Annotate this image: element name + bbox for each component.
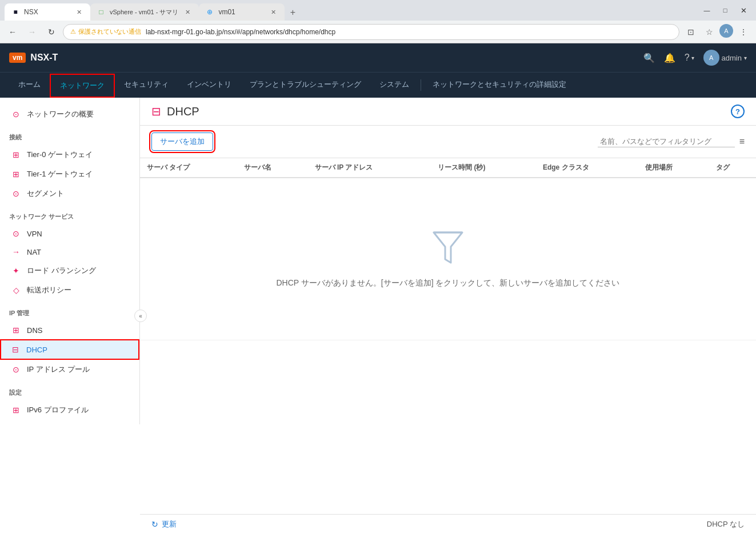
table-body: DHCP サーバがありません。[サーバを追加] をクリックして、新しいサーバを追…	[140, 178, 756, 340]
search-input-container[interactable]	[598, 136, 735, 147]
nav-network[interactable]: ネットワーク	[50, 74, 115, 98]
minimize-button[interactable]: —	[699, 2, 715, 18]
sidebar-label-nat: NAT	[27, 248, 41, 256]
tier0-icon: ⊞	[11, 150, 21, 159]
sidebar-collapse-button[interactable]: «	[134, 310, 147, 322]
app-name: NSX-T	[30, 53, 58, 63]
sidebar-item-ipv6-profile[interactable]: ⊞ IPv6 プロファイル	[0, 400, 139, 420]
nav-plan[interactable]: プランとトラブルシューティング	[241, 74, 370, 97]
sidebar-item-tier1[interactable]: ⊞ Tier-1 ゲートウェイ	[0, 164, 139, 184]
content-toolbar: サーバを追加 ≡	[140, 126, 756, 158]
page-title-area: ⊟ DHCP	[151, 105, 199, 118]
loadbalancing-icon: ✦	[11, 266, 21, 275]
sidebar-item-segment[interactable]: ⊙ セグメント	[0, 184, 139, 203]
nav-inventory[interactable]: インベントリ	[178, 74, 241, 97]
col-server-ip: サーバ IP アドレス	[308, 158, 431, 178]
data-table: サーバ タイプ サーバ名 サーバ IP アドレス リース時間 (秒) Edge …	[140, 158, 756, 340]
sidebar: ⊙ ネットワークの概要 接続 ⊞ Tier-0 ゲートウェイ ⊞ Tier-1 …	[0, 98, 140, 424]
content-area: ⊙ ネットワークの概要 接続 ⊞ Tier-0 ゲートウェイ ⊞ Tier-1 …	[0, 98, 756, 534]
sidebar-label-tier1: Tier-1 ゲートウェイ	[27, 169, 93, 179]
sidebar-item-network-overview[interactable]: ⊙ ネットワークの概要	[0, 105, 139, 124]
browser-titlebar: ■ NSX ✕ □ vSphere - vm01 - サマリ ✕ ⊕ vm01 …	[0, 0, 756, 21]
app-logo: vm NSX-T	[9, 53, 58, 63]
sidebar-item-ip-pool[interactable]: ⊙ IP アドレス プール	[0, 360, 139, 379]
empty-state-row: DHCP サーバがありません。[サーバを追加] をクリックして、新しいサーバを追…	[140, 178, 756, 340]
sidebar-item-dns[interactable]: ⊞ DNS	[0, 321, 139, 339]
dhcp-icon: ⊟	[10, 345, 21, 354]
sidebar-item-dhcp[interactable]: ⊟ DHCP	[0, 339, 139, 360]
user-menu[interactable]: A admin ▾	[703, 50, 747, 66]
network-overview-icon: ⊙	[11, 110, 21, 119]
back-button[interactable]: ←	[5, 24, 21, 40]
sidebar-label-dns: DNS	[27, 326, 42, 335]
app-container: vm NSX-T 🔍 🔔 ? ▾ A admin ▾ ホーム ネットワーク セキ…	[0, 43, 756, 534]
close-tab-vm01[interactable]: ✕	[269, 7, 278, 17]
sidebar-label-ip-pool: IP アドレス プール	[27, 364, 90, 375]
sidebar-item-nat[interactable]: → NAT	[0, 243, 139, 261]
vsphere-favicon: □	[97, 8, 105, 16]
security-warning-text: 保護されていない通信	[78, 27, 141, 36]
browser-tab-vsphere[interactable]: □ vSphere - vm01 - サマリ ✕	[90, 3, 199, 21]
table-footer: ↻ 更新 DHCP なし	[140, 514, 756, 534]
sidebar-item-loadbalancing[interactable]: ✦ ロード バランシング	[0, 261, 139, 280]
sidebar-wrapper: ⊙ ネットワークの概要 接続 ⊞ Tier-0 ゲートウェイ ⊞ Tier-1 …	[0, 98, 140, 534]
refresh-button[interactable]: ↻	[43, 24, 59, 40]
sidebar-section-connection: 接続	[0, 124, 139, 145]
sidebar-label-forwarding: 転送ポリシー	[27, 285, 71, 295]
sidebar-item-vpn[interactable]: ⊙ VPN	[0, 224, 139, 243]
nav-details[interactable]: ネットワークとセキュリティの詳細設定	[423, 74, 575, 97]
sidebar-label-dhcp: DHCP	[26, 346, 47, 354]
browser-chrome: ■ NSX ✕ □ vSphere - vm01 - サマリ ✕ ⊕ vm01 …	[0, 0, 756, 43]
topnav-icons: 🔍 🔔 ? ▾ A admin ▾	[643, 50, 747, 66]
help-icon-button[interactable]: ?	[731, 105, 745, 118]
add-server-button[interactable]: サーバを追加	[151, 133, 213, 151]
user-profile-icon[interactable]: A	[719, 24, 733, 38]
nav-security[interactable]: セキュリティ	[115, 74, 178, 97]
nav-home[interactable]: ホーム	[9, 74, 50, 97]
table-header-row: サーバ タイプ サーバ名 サーバ IP アドレス リース時間 (秒) Edge …	[140, 158, 756, 178]
close-button[interactable]: ✕	[735, 2, 751, 18]
maximize-button[interactable]: □	[717, 2, 733, 18]
table-area: サーバ タイプ サーバ名 サーバ IP アドレス リース時間 (秒) Edge …	[140, 158, 756, 514]
col-edge-cluster: Edge クラスタ	[536, 158, 638, 178]
new-tab-button[interactable]: +	[285, 5, 301, 21]
sidebar-label-ipv6-profile: IPv6 プロファイル	[27, 405, 89, 415]
footer-status: DHCP なし	[707, 519, 745, 529]
table-header: サーバ タイプ サーバ名 サーバ IP アドレス リース時間 (秒) Edge …	[140, 158, 756, 178]
address-bar[interactable]: ⚠ 保護されていない通信 lab-nsxt-mgr-01.go-lab.jp/n…	[63, 24, 679, 40]
sidebar-label-segment: セグメント	[27, 188, 64, 199]
browser-tab-nsx[interactable]: ■ NSX ✕	[5, 3, 90, 21]
col-server-type: サーバ タイプ	[140, 158, 237, 178]
filter-icon[interactable]: ≡	[739, 136, 745, 147]
empty-funnel-icon	[431, 230, 465, 267]
forward-button[interactable]: →	[24, 24, 40, 40]
refresh-button-footer[interactable]: ↻ 更新	[151, 519, 177, 529]
window-controls: — □ ✕	[699, 2, 751, 18]
ip-pool-icon: ⊙	[11, 365, 21, 374]
sidebar-item-forwarding[interactable]: ◇ 転送ポリシー	[0, 280, 139, 300]
sidebar-label-network-overview: ネットワークの概要	[27, 109, 94, 119]
tab-label-vsphere: vSphere - vm01 - サマリ	[110, 8, 178, 17]
vm01-favicon: ⊕	[206, 8, 214, 16]
browser-tab-vm01[interactable]: ⊕ vm01 ✕	[199, 3, 285, 21]
sidebar-item-tier0[interactable]: ⊞ Tier-0 ゲートウェイ	[0, 145, 139, 164]
vm-badge: vm	[9, 53, 26, 63]
cast-icon[interactable]: ⊡	[683, 24, 699, 40]
bookmark-star-icon[interactable]: ☆	[701, 24, 717, 40]
sidebar-label-loadbalancing: ロード バランシング	[27, 266, 96, 276]
help-dropdown-icon[interactable]: ? ▾	[685, 53, 694, 63]
nav-system[interactable]: システム	[370, 74, 418, 97]
tier1-icon: ⊞	[11, 170, 21, 179]
nsx-favicon: ■	[11, 8, 19, 16]
close-tab-nsx[interactable]: ✕	[74, 7, 83, 17]
ipv6-icon: ⊞	[11, 405, 21, 415]
search-input[interactable]	[600, 137, 733, 146]
sidebar-section-network-services: ネットワーク サービス	[0, 203, 139, 224]
search-icon[interactable]: 🔍	[643, 53, 655, 63]
col-lease-time: リース時間 (秒)	[431, 158, 536, 178]
notification-bell-icon[interactable]: 🔔	[664, 53, 675, 63]
refresh-label: 更新	[162, 519, 177, 529]
sidebar-section-ip-management: IP 管理	[0, 300, 139, 321]
close-tab-vsphere[interactable]: ✕	[183, 7, 192, 17]
menu-icon[interactable]: ⋮	[735, 24, 751, 40]
